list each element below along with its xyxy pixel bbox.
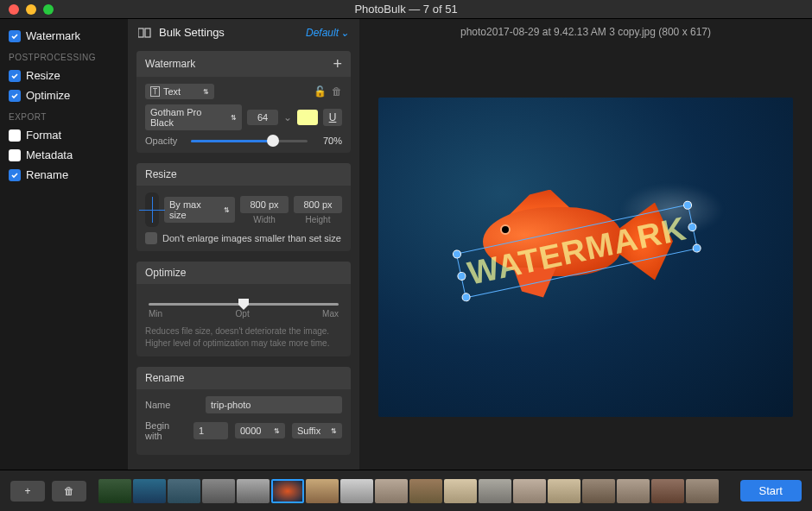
rename-digits-select[interactable]: 0000⇅ (235, 423, 285, 438)
thumbnail[interactable] (548, 479, 580, 503)
watermark-panel-header: Watermark + (136, 51, 351, 77)
rename-begin-input[interactable] (193, 422, 228, 439)
caret-icon: ⇅ (331, 427, 337, 435)
sidebar-item-rename[interactable]: Rename (0, 165, 128, 185)
checkbox-off-icon[interactable] (9, 149, 21, 161)
chevron-down-icon[interactable]: ⌄ (283, 111, 292, 123)
resize-mode-select[interactable]: By max size ⇅ (164, 197, 235, 223)
thumbnail[interactable] (617, 479, 650, 503)
thumbnail[interactable] (98, 479, 131, 503)
panel-title: Optimize (145, 267, 186, 279)
opacity-label: Opacity (145, 136, 184, 146)
trash-icon[interactable]: 🗑 (332, 85, 342, 98)
sidebar-section-postprocessing: POSTPROCESSING (0, 46, 128, 66)
delete-images-button[interactable]: 🗑 (52, 481, 86, 502)
checkbox-on-icon[interactable] (9, 70, 21, 82)
dont-enlarge-checkbox-row[interactable]: Don't enlarge images smaller than set si… (145, 232, 342, 244)
checkbox-off-icon[interactable] (145, 232, 157, 244)
bulk-icon (138, 27, 152, 39)
preview-image[interactable]: WATERMARK (378, 98, 793, 417)
svg-rect-0 (138, 28, 143, 37)
panel-title: Resize (145, 168, 177, 180)
slider-max-label: Max (322, 309, 339, 319)
slider-thumb[interactable] (267, 135, 279, 147)
preset-dropdown[interactable]: Default⌄ (306, 27, 349, 39)
sidebar-label: Metadata (26, 148, 73, 161)
preview-canvas: WATERMARK (359, 45, 812, 470)
checkbox-on-icon[interactable] (9, 169, 21, 181)
caret-icon: ⇅ (224, 206, 230, 214)
caret-icon: ⇅ (203, 88, 209, 96)
watermark-panel: Watermark + 🅃 Text ⇅ 🔓 🗑 Gotham Pro (136, 51, 351, 153)
sidebar-item-optimize[interactable]: Optimize (0, 85, 128, 105)
thumbnail[interactable] (375, 479, 408, 503)
titlebar: PhotoBulk — 7 of 51 (0, 0, 812, 19)
unlock-icon[interactable]: 🔓 (314, 85, 327, 98)
thumbnail[interactable] (237, 479, 270, 503)
sidebar-label: Format (26, 129, 61, 142)
add-images-button[interactable]: + (10, 481, 45, 502)
sidebar-item-resize[interactable]: Resize (0, 66, 128, 85)
thumbnail[interactable] (686, 479, 719, 503)
font-size-input[interactable] (247, 110, 278, 125)
checkbox-label: Don't enlarge images smaller than set si… (162, 233, 341, 243)
thumbnail-active[interactable] (271, 479, 304, 503)
thumbnail-strip (93, 470, 733, 511)
thumbnail[interactable] (444, 479, 477, 503)
thumbnail[interactable] (409, 479, 442, 503)
chevron-down-icon: ⌄ (340, 27, 349, 39)
height-label: Height (306, 215, 331, 224)
resize-panel: Resize By max size ⇅ Width (136, 163, 351, 251)
rename-begin-label: Begin with (145, 420, 187, 441)
settings-header: Bulk Settings Default⌄ (128, 19, 359, 46)
thumbnail[interactable] (479, 479, 511, 503)
thumbnail[interactable] (513, 479, 546, 503)
optimize-slider[interactable] (149, 303, 339, 306)
resize-handle[interactable] (457, 270, 467, 281)
slider-thumb[interactable] (237, 297, 251, 311)
settings-column: Bulk Settings Default⌄ Watermark + 🅃 Tex… (128, 19, 359, 470)
thumbnail[interactable] (340, 479, 373, 503)
watermark-type-select[interactable]: 🅃 Text ⇅ (145, 84, 214, 99)
checkbox-on-icon[interactable] (9, 30, 21, 42)
sidebar-label: Resize (26, 69, 60, 82)
font-select[interactable]: Gotham Pro Black ⇅ (145, 104, 242, 130)
rename-name-label: Name (145, 400, 199, 410)
sidebar-label: Rename (26, 168, 68, 181)
rename-panel: Rename Name Begin with 0000⇅ Suffix⇅ (136, 367, 351, 455)
rename-name-input[interactable] (206, 396, 342, 413)
text-icon: 🅃 (150, 86, 160, 97)
sidebar-item-metadata[interactable]: Metadata (0, 145, 128, 165)
caret-icon: ⇅ (231, 114, 237, 122)
sidebar-item-format[interactable]: Format (0, 125, 128, 145)
dimensions-icon (145, 192, 159, 227)
sidebar-item-watermark[interactable]: Watermark (0, 26, 128, 46)
bottom-bar: + 🗑 Start (0, 470, 812, 511)
thumbnail[interactable] (202, 479, 235, 503)
window-title: PhotoBulk — 7 of 51 (0, 3, 812, 16)
opacity-slider[interactable] (191, 140, 308, 142)
checkbox-on-icon[interactable] (9, 90, 21, 102)
width-input[interactable] (240, 196, 289, 213)
thumbnail[interactable] (582, 479, 615, 503)
preview-area: photo2017-08-29 at 9.42.13 AM 3 copy.jpg… (359, 19, 812, 470)
thumbnail[interactable] (168, 479, 200, 503)
opacity-value: 70% (314, 136, 342, 146)
rename-position-select[interactable]: Suffix⇅ (292, 423, 342, 438)
resize-handle[interactable] (452, 249, 462, 259)
thumbnail[interactable] (133, 479, 166, 503)
add-watermark-button[interactable]: + (333, 56, 342, 72)
height-input[interactable] (294, 196, 342, 213)
sidebar-section-export: EXPORT (0, 105, 128, 125)
thumbnail[interactable] (651, 479, 684, 503)
underline-button[interactable]: U (323, 109, 342, 126)
optimize-description: Reduces file size, doesn't deteriorate t… (145, 325, 342, 350)
sidebar: Watermark POSTPROCESSING Resize Optimize… (0, 19, 128, 470)
checkbox-off-icon[interactable] (9, 129, 21, 142)
thumbnail[interactable] (306, 479, 339, 503)
start-button[interactable]: Start (740, 480, 802, 502)
settings-title: Bulk Settings (159, 26, 299, 39)
resize-handle[interactable] (692, 243, 702, 253)
color-swatch[interactable] (297, 110, 318, 125)
slider-min-label: Min (149, 309, 162, 319)
